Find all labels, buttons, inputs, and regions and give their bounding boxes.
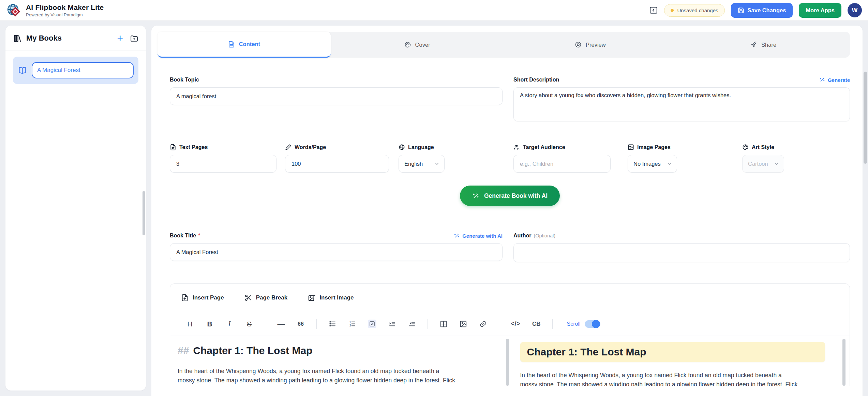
field-art-style: Art Style Cartoon xyxy=(742,144,850,173)
heading-button[interactable]: H xyxy=(186,320,194,328)
markdown-pane-scrollbar[interactable] xyxy=(506,339,509,386)
avatar[interactable]: W xyxy=(848,3,862,17)
pencil-icon xyxy=(285,144,291,150)
bullet-list-button[interactable] xyxy=(328,320,336,328)
horizontal-rule-button[interactable]: — xyxy=(277,320,285,328)
book-title-input[interactable] xyxy=(170,243,503,261)
folder-plus-icon[interactable] xyxy=(130,34,138,43)
italic-button[interactable]: I xyxy=(225,320,234,328)
app-header: AI Flipbook Maker Lite Powered by Visual… xyxy=(0,0,868,21)
scroll-sync-label: Scroll xyxy=(567,321,581,327)
outdent-button[interactable] xyxy=(408,320,416,328)
more-apps-button[interactable]: More Apps xyxy=(799,3,841,18)
tab-cover[interactable]: Cover xyxy=(331,32,504,58)
rocket-icon xyxy=(750,41,757,48)
link-button[interactable] xyxy=(479,320,487,328)
book-topic-input[interactable] xyxy=(170,87,503,105)
generate-description-link[interactable]: Generate xyxy=(819,77,850,83)
tab-content[interactable]: Content xyxy=(158,32,331,58)
required-mark: * xyxy=(198,233,200,238)
book-name-input[interactable] xyxy=(32,62,134,78)
chevron-down-icon xyxy=(774,161,779,166)
save-changes-button[interactable]: Save Changes xyxy=(731,3,793,18)
book-list-item[interactable] xyxy=(13,57,138,84)
inline-code-button[interactable]: </> xyxy=(511,320,521,327)
markdown-pane[interactable]: ##Chapter 1: The Lost Map In the heart o… xyxy=(170,336,510,386)
indent-button[interactable] xyxy=(388,320,396,328)
preview-pane: Chapter 1: The Lost Map In the heart of … xyxy=(510,336,850,386)
author-label: Author(Optional) xyxy=(513,233,555,239)
unsaved-dot-icon xyxy=(671,9,674,12)
sidebar-scrollbar[interactable] xyxy=(143,191,145,235)
toolbar-divider xyxy=(552,319,553,329)
chevron-down-icon xyxy=(667,161,672,166)
palette-icon xyxy=(404,41,411,48)
markdown-toolbar: H B I S — 66 12 xyxy=(170,312,850,336)
sidebar: My Books + xyxy=(5,26,146,391)
add-book-button[interactable]: + xyxy=(114,33,126,43)
sidebar-divider xyxy=(5,50,146,50)
tab-preview[interactable]: Preview xyxy=(504,32,677,58)
insert-image-button[interactable]: Insert Image xyxy=(308,294,354,302)
chevron-down-icon xyxy=(434,161,439,166)
image-plus-icon xyxy=(308,294,315,302)
page-icon xyxy=(170,144,176,150)
toolbar-divider xyxy=(499,319,499,329)
author-input[interactable] xyxy=(513,243,850,262)
tab-share[interactable]: Share xyxy=(677,32,850,58)
book-topic-label: Book Topic xyxy=(170,77,199,83)
toolbar-divider xyxy=(316,319,317,329)
toolbar-divider xyxy=(428,319,428,329)
wand-icon xyxy=(472,192,480,200)
language-select[interactable]: English xyxy=(399,155,445,173)
bold-button[interactable]: B xyxy=(206,320,214,328)
short-description-textarea[interactable] xyxy=(513,87,850,121)
open-book-icon xyxy=(18,66,27,75)
visual-paradigm-link[interactable]: Visual Paradigm xyxy=(50,12,83,17)
generate-title-link[interactable]: Generate with AI xyxy=(454,233,503,239)
collapse-panel-icon[interactable] xyxy=(649,6,658,15)
field-words-page: Words/Page xyxy=(285,144,399,173)
field-target-audience: Target Audience xyxy=(513,144,628,173)
strikethrough-button[interactable]: S xyxy=(245,320,253,328)
text-pages-input[interactable] xyxy=(170,155,276,173)
app-title: AI Flipbook Maker Lite xyxy=(26,3,104,12)
preview-heading: Chapter 1: The Lost Map xyxy=(520,342,825,362)
preview-paragraph: In the heart of the Whispering Woods, a … xyxy=(520,371,833,386)
globe-icon xyxy=(399,144,405,150)
document-icon xyxy=(228,41,235,48)
wand-icon xyxy=(819,77,825,83)
content-editor: Insert Page Page Break Insert Image xyxy=(170,283,850,386)
insert-image-toolbar-button[interactable] xyxy=(459,320,467,328)
eye-icon xyxy=(575,41,582,48)
target-audience-input[interactable] xyxy=(513,155,611,173)
task-list-button[interactable] xyxy=(368,320,376,328)
field-image-pages: Image Pages No Images xyxy=(628,144,742,173)
table-button[interactable] xyxy=(439,320,448,328)
blockquote-button[interactable]: 66 xyxy=(297,321,305,327)
preview-pane-scrollbar[interactable] xyxy=(842,339,845,386)
scroll-sync-toggle[interactable] xyxy=(585,320,600,328)
image-pages-select[interactable]: No Images xyxy=(628,155,677,173)
page-break-button[interactable]: Page Break xyxy=(244,294,288,302)
art-style-select: Cartoon xyxy=(742,155,784,173)
code-block-button[interactable]: CB xyxy=(532,321,541,327)
app-title-block: AI Flipbook Maker Lite Powered by Visual… xyxy=(26,3,104,17)
words-page-input[interactable] xyxy=(285,155,389,173)
palette-icon xyxy=(742,144,749,150)
library-icon xyxy=(13,34,22,43)
app-logo xyxy=(6,3,21,18)
svg-text:1: 1 xyxy=(349,321,351,324)
save-icon xyxy=(738,7,744,14)
toggle-knob xyxy=(592,320,600,328)
insert-page-button[interactable]: Insert Page xyxy=(181,294,224,302)
file-plus-icon xyxy=(181,294,189,302)
markdown-heading: ##Chapter 1: The Lost Map xyxy=(178,345,496,356)
generate-book-button[interactable]: Generate Book with AI xyxy=(460,186,560,206)
scissors-icon xyxy=(244,294,252,302)
ordered-list-button[interactable]: 12 xyxy=(348,320,356,328)
powered-by: Powered by Visual Paradigm xyxy=(26,12,104,17)
unsaved-changes-badge: Unsaved changes xyxy=(664,4,724,17)
content-panel: Content Cover Preview xyxy=(151,26,863,396)
page-scrollbar[interactable] xyxy=(864,72,867,164)
